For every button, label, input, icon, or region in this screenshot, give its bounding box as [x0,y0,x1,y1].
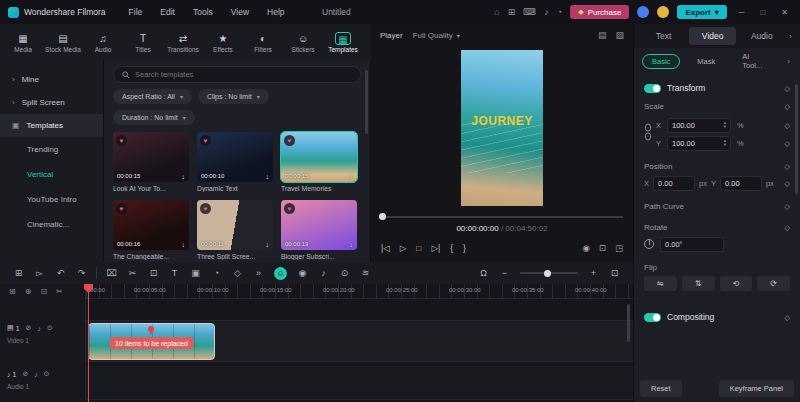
split-view-icon[interactable]: ▤ [598,30,607,40]
properties-scrollbar[interactable] [795,84,798,194]
download-icon[interactable]: ↓ [266,241,270,248]
play-button[interactable]: ▷ [400,243,407,253]
link-icon[interactable] [644,123,652,141]
tab-text[interactable]: Text [640,27,687,45]
add-track-icon[interactable]: ⊕ [25,287,32,296]
keyboard-shortcut-icon[interactable]: ⌨ [523,7,536,17]
mute-icon[interactable]: ♪ [34,371,38,378]
search-input[interactable] [135,70,352,79]
keyframe-panel-button[interactable]: Keyframe Panel [719,380,794,397]
chevron-right-icon[interactable]: › [785,57,792,66]
scale-x-input[interactable]: 100.00 ▴▾ [667,118,731,133]
lock-icon[interactable]: ⊘ [26,324,32,332]
tab-titles[interactable]: T Titles [123,32,163,53]
credits-badge[interactable] [657,6,669,18]
quality-dropdown[interactable]: Full Quality ▾ [413,31,460,40]
menu-view[interactable]: View [222,7,258,17]
speed-icon[interactable]: ◔ [206,268,227,278]
tab-stickers[interactable]: ☺ Stickers [283,32,323,53]
rotate-ccw-button[interactable]: ⟲ [720,276,753,291]
tab-filters[interactable]: ◐ Filters [243,32,283,53]
favorite-icon[interactable]: ♥ [200,135,211,146]
favorite-icon[interactable]: ♥ [284,135,295,146]
timeline-ruler[interactable]: 00:00 00:00:05:00 00:00:10:00 00:00:15:0… [86,284,633,299]
rotate-dial[interactable] [644,239,654,249]
download-icon[interactable]: ↓ [182,241,186,248]
keyframe-diamond-icon[interactable]: ◇ [784,121,790,130]
download-icon[interactable]: ↓ [350,173,354,180]
menu-file[interactable]: File [120,7,152,17]
keyframe-diamond-icon[interactable]: ◇ [784,202,790,211]
hide-track-icon[interactable]: ⊙ [47,324,53,332]
render-preview-icon[interactable]: ⊙ [334,268,355,278]
purchase-button[interactable]: ◆ Purchase [570,5,629,19]
sidebar-item-cinematic[interactable]: Cinematic... [0,212,103,237]
tab-effects[interactable]: ★ Effects [203,32,243,53]
mask-tool-icon[interactable]: ▣ [185,268,206,278]
step-down-icon[interactable]: ▾ [724,125,726,130]
search-box[interactable] [113,66,361,83]
snap-magnet-icon[interactable]: Ω [473,268,494,278]
template-card[interactable]: ♥ 00:00:11 ↓ Three Split Scree... [197,200,273,260]
duration-filter[interactable]: Duration : No limit ▾ [113,110,195,125]
flip-horizontal-button[interactable]: ⇋ [644,276,677,291]
template-card[interactable]: ♥ 00:00:19 ↓ Blogger Subscri... [281,200,357,260]
subtab-ai-tools[interactable]: AI Tool... [732,49,778,73]
audio-track-lane[interactable] [86,366,633,400]
crop-icon[interactable]: ⊡ [143,268,164,278]
next-frame-button[interactable]: ▷| [431,243,440,253]
record-icon[interactable]: ◉ [292,268,313,278]
cut-icon[interactable]: ✂ [56,287,63,296]
fit-timeline-icon[interactable]: ⊡ [604,268,625,278]
scale-y-input[interactable]: 100.00 ▴▾ [667,136,731,151]
chevron-right-icon[interactable]: › [787,32,794,41]
zoom-in-icon[interactable]: + [583,268,604,278]
transform-toggle[interactable] [644,84,661,93]
sidebar-item-vertical[interactable]: Vertical [0,162,103,187]
mark-in-button[interactable]: { [450,243,453,253]
sidebar-item-trending[interactable]: Trending [0,137,103,162]
favorite-icon[interactable]: ♥ [116,203,127,214]
keyframe-diamond-icon[interactable]: ◇ [784,162,790,171]
step-down-icon[interactable]: ▾ [724,143,726,148]
tab-templates[interactable]: ▦ Templates [323,32,363,53]
tab-audio-props[interactable]: Audio [738,27,785,45]
template-card[interactable]: ♥ 00:00:10 ↓ Dynamic Text [197,132,273,192]
compositing-toggle[interactable] [644,313,661,322]
voiceover-mic-icon[interactable]: ♪ [313,268,334,278]
redo-icon[interactable]: ↷ [71,268,92,278]
subtab-basic[interactable]: Basic [642,54,680,69]
aspect-ratio-filter[interactable]: Aspect Ratio : All ▾ [113,89,192,104]
position-y-input[interactable]: 0.00 [720,176,762,191]
minimize-button[interactable]: ─ [735,8,749,17]
previous-frame-button[interactable]: |◁ [381,243,390,253]
zoom-out-icon[interactable]: − [494,268,515,278]
scrubber-handle[interactable] [379,213,386,220]
maximize-button[interactable]: □ [756,8,769,17]
tab-video[interactable]: Video [689,27,736,45]
text-tool-icon[interactable]: T [164,268,185,278]
favorite-icon[interactable]: ♥ [284,203,295,214]
rotate-cw-button[interactable]: ⟳ [757,276,790,291]
template-card[interactable]: ♥ 00:00:16 ↓ The Changeable... [113,200,189,260]
tab-transitions[interactable]: ⇄ Transitions [163,32,203,53]
close-button[interactable]: ✕ [777,8,792,17]
keyframe-diamond-icon[interactable]: ◇ [784,223,790,232]
rotate-input[interactable]: 0.00° [660,237,724,252]
smart-cutout-icon[interactable]: ☺ [274,267,287,280]
media-view-icon[interactable]: ⊞ [8,268,29,278]
template-card[interactable]: ♥ 00:00:15 ↓ Look At Your To... [113,132,189,192]
playhead[interactable] [88,284,89,402]
keyframe-diamond-icon[interactable]: ◇ [784,313,790,322]
template-card-selected[interactable]: ♥ 00:00:15 ↓ Travel Memories [281,132,357,192]
crop-preview-button[interactable]: ⊡ [599,243,606,253]
tab-stock-media[interactable]: ▤ Stock Media [43,32,83,53]
sidebar-group-mine[interactable]: › Mine [0,68,103,91]
download-icon[interactable]: ↓ [350,241,354,248]
subtab-mask[interactable]: Mask [687,54,725,69]
sidebar-group-split-screen[interactable]: › Split Screen [0,91,103,114]
clips-filter[interactable]: Clips : No limit ▾ [198,89,269,104]
playback-scrubber[interactable] [381,216,623,218]
keyframe-diamond-icon[interactable]: ◇ [784,102,790,111]
templates-scrollbar[interactable] [365,70,368,134]
